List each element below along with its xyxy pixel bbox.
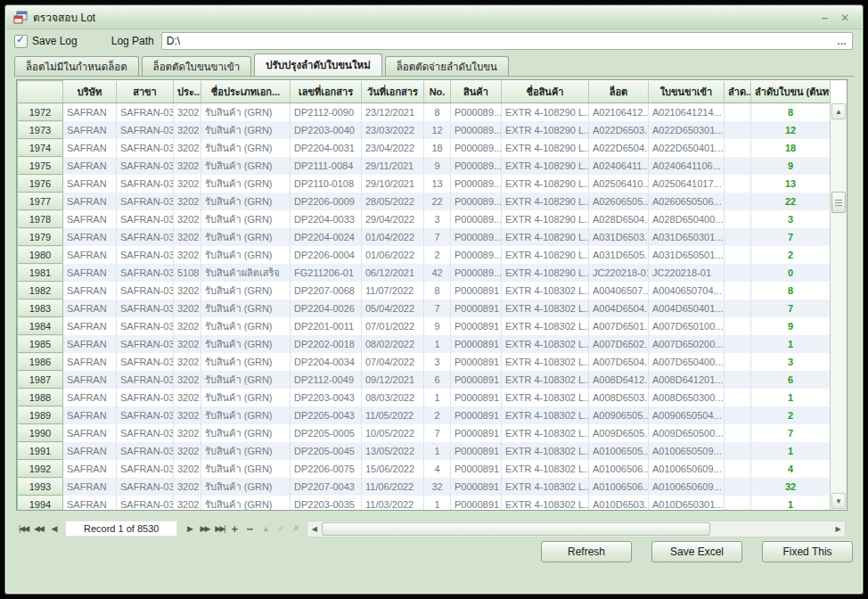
fixed-this-button[interactable]: Fixed This: [762, 541, 853, 562]
cell[interactable]: รับสินค้า (GRN): [201, 175, 291, 193]
cell[interactable]: A008D650300...: [649, 389, 725, 406]
cell[interactable]: 28/05/2022: [362, 193, 424, 210]
cell[interactable]: DP2206-0004: [291, 246, 362, 264]
cell[interactable]: A02506410...: [589, 175, 649, 193]
cell[interactable]: P000089...: [451, 210, 502, 228]
cell[interactable]: 3: [751, 353, 831, 371]
row-header[interactable]: 1972: [18, 103, 63, 121]
cell[interactable]: SAFRAN-03: [117, 353, 174, 371]
cell[interactable]: EXTR 4-108302 L...: [502, 389, 589, 406]
cell[interactable]: รับสินค้า (GRN): [201, 103, 291, 121]
cell[interactable]: 08/03/2022: [362, 389, 424, 406]
cell[interactable]: 3202: [174, 496, 201, 512]
cell[interactable]: รับสินค้า (GRN): [201, 389, 291, 406]
cell[interactable]: EXTR 4-108302 L...: [502, 496, 589, 512]
cell[interactable]: 7: [751, 424, 831, 442]
cell[interactable]: FG211206-01: [291, 264, 362, 282]
cell[interactable]: A022D6503...: [589, 121, 649, 139]
cell[interactable]: EXTR 4-108290 L...: [502, 121, 589, 139]
cell[interactable]: DP2111-0084: [291, 157, 362, 175]
cell[interactable]: 3202: [174, 353, 201, 371]
cell[interactable]: [725, 103, 751, 121]
cell[interactable]: SAFRAN-03: [117, 442, 174, 460]
cell[interactable]: A031D650301...: [649, 228, 725, 246]
cell[interactable]: A004D6504...: [589, 300, 649, 317]
cell[interactable]: EXTR 4-108302 L...: [502, 424, 589, 442]
row-header[interactable]: 1987: [18, 371, 63, 389]
row-header[interactable]: 1985: [18, 335, 63, 353]
cell[interactable]: EXTR 4-108290 L...: [502, 264, 589, 282]
cell[interactable]: [725, 139, 751, 157]
cell[interactable]: EXTR 4-108302 L...: [502, 353, 589, 371]
cell[interactable]: 3202: [174, 282, 201, 300]
cell[interactable]: A010D650301...: [649, 496, 725, 512]
save-log-checkbox[interactable]: Save Log: [14, 35, 78, 48]
nav-prev-page-button[interactable]: ◀◀: [31, 521, 45, 536]
cell[interactable]: A0100650509...: [649, 442, 725, 460]
row-header[interactable]: 1983: [18, 300, 63, 317]
column-header[interactable]: ชื่อสินค้า: [502, 81, 589, 103]
save-excel-button[interactable]: Save Excel: [651, 541, 742, 562]
cell[interactable]: A031D6505...: [589, 246, 649, 264]
row-header[interactable]: 1994: [18, 496, 63, 512]
cell[interactable]: 1: [424, 335, 451, 353]
cell[interactable]: 3202: [174, 371, 201, 389]
column-header[interactable]: ใบขนขาเข้า: [649, 81, 725, 103]
cell[interactable]: 23/12/2021: [362, 103, 424, 121]
cell[interactable]: SAFRAN: [63, 478, 117, 496]
cell[interactable]: รับสินค้า (GRN): [201, 157, 291, 175]
cell[interactable]: P000089...: [451, 103, 502, 121]
cell[interactable]: SAFRAN-03: [117, 282, 174, 300]
cell[interactable]: A008D6503...: [589, 389, 649, 406]
cell[interactable]: EXTR 4-108302 L...: [502, 442, 589, 460]
cell[interactable]: 3: [424, 210, 451, 228]
cell[interactable]: 1: [751, 335, 831, 353]
cell[interactable]: SAFRAN: [63, 210, 117, 228]
cell[interactable]: SAFRAN-03: [117, 193, 174, 210]
cell[interactable]: [725, 210, 751, 228]
cell[interactable]: P000089...: [451, 175, 502, 193]
cell[interactable]: P000089...: [451, 139, 502, 157]
cell[interactable]: SAFRAN: [63, 228, 117, 246]
cell[interactable]: 9: [424, 157, 451, 175]
cell[interactable]: DP2204-0024: [291, 228, 362, 246]
cell[interactable]: 13: [424, 175, 451, 193]
vertical-scrollbar[interactable]: ▲ ▼: [830, 103, 847, 510]
cell[interactable]: [725, 442, 751, 460]
nav-endedit-button[interactable]: ✓: [273, 521, 287, 536]
cell[interactable]: 12: [424, 121, 451, 139]
cell[interactable]: SAFRAN-03: [117, 121, 174, 139]
cell[interactable]: SAFRAN: [63, 406, 117, 424]
cell[interactable]: SAFRAN: [63, 300, 117, 317]
cell[interactable]: A022D650301...: [649, 121, 725, 139]
cell[interactable]: A007D650400...: [649, 353, 725, 371]
cell[interactable]: DP2110-0108: [291, 175, 362, 193]
row-header[interactable]: 1981: [18, 264, 63, 282]
cell[interactable]: รับสินค้า (GRN): [201, 210, 291, 228]
cell[interactable]: SAFRAN-03: [117, 317, 174, 335]
cell[interactable]: SAFRAN-03: [117, 406, 174, 424]
scroll-up-icon[interactable]: ▲: [831, 103, 846, 119]
cell[interactable]: SAFRAN: [63, 389, 117, 406]
cell[interactable]: รับสินค้า (GRN): [201, 442, 291, 460]
refresh-button[interactable]: Refresh: [541, 541, 632, 562]
nav-first-button[interactable]: |◀◀: [16, 521, 30, 536]
cell[interactable]: DP2204-0026: [291, 300, 362, 317]
cell[interactable]: DP2205-0005: [291, 424, 362, 442]
cell[interactable]: 3202: [174, 424, 201, 442]
cell[interactable]: [725, 478, 751, 496]
cell[interactable]: A0100650609...: [649, 478, 725, 496]
cell[interactable]: 22: [751, 193, 831, 210]
cell[interactable]: 3202: [174, 246, 201, 264]
cell[interactable]: EXTR 4-108302 L...: [502, 460, 589, 478]
cell[interactable]: SAFRAN-03: [117, 228, 174, 246]
cell[interactable]: 7: [751, 228, 831, 246]
cell[interactable]: 32: [424, 478, 451, 496]
cell[interactable]: [725, 264, 751, 282]
cell[interactable]: SAFRAN-03: [117, 335, 174, 353]
cell[interactable]: SAFRAN: [63, 246, 117, 264]
cell[interactable]: P0000891: [451, 335, 502, 353]
cell[interactable]: DP2202-0018: [291, 335, 362, 353]
cell[interactable]: EXTR 4-108302 L...: [502, 478, 589, 496]
cell[interactable]: [725, 371, 751, 389]
